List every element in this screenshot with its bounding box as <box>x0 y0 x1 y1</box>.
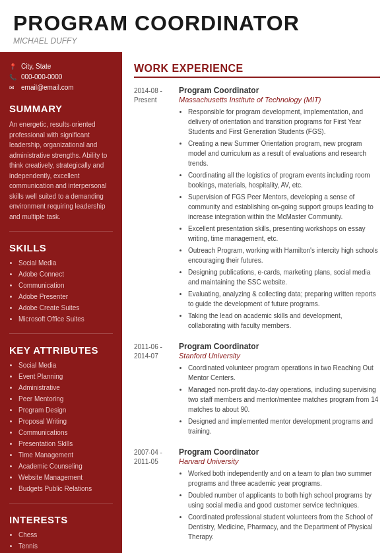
skill-item: Adobe Presenter <box>18 292 113 302</box>
work-experience-section: WORK EXPERIENCE 2014-08 - PresentProgram… <box>134 63 380 544</box>
skill-item: Adobe Create Suites <box>18 304 113 313</box>
skills-title: SKILLS <box>9 242 113 253</box>
list-item: Designed and implemented mentor developm… <box>188 416 380 436</box>
summary-title: SUMMARY <box>9 103 113 114</box>
attribute-item: Academic Counseling <box>18 462 113 471</box>
page-title: PROGRAM COORDINATOR <box>13 12 379 35</box>
skill-item: Social Media <box>18 259 113 268</box>
job-title: Program Coordinator <box>179 342 380 351</box>
list-item: Worked both independently and on a team … <box>188 469 380 488</box>
job-title: Program Coordinator <box>179 447 380 457</box>
attribute-item: Social Media <box>18 361 113 370</box>
job-bullets: Coordinated volunteer program operations… <box>179 363 380 436</box>
jobs-container: 2014-08 - PresentProgram CoordinatorMass… <box>134 86 380 544</box>
skill-item: Communication <box>18 281 113 290</box>
interest-item: Chess <box>18 531 113 540</box>
job-title: Program Coordinator <box>179 86 380 95</box>
list-item: Designing publications, e-cards, marketi… <box>188 267 380 287</box>
list-item: Responsible for program development, imp… <box>188 107 380 137</box>
attribute-item: Administrative <box>18 383 113 393</box>
divider-3 <box>9 503 113 504</box>
list-item: Creating a new Summer Orientation progra… <box>188 139 380 168</box>
table-row: 2007-04 - 2011-05Program CoordinatorHarv… <box>134 447 380 544</box>
list-item: Coordinating all the logistics of progra… <box>188 170 380 190</box>
contact-location: 📍 City, State <box>9 63 113 70</box>
attribute-item: Budgets Public Relations <box>18 484 113 494</box>
job-company: Stanford University <box>179 352 380 360</box>
job-bullets: Worked both independently and on a team … <box>179 469 380 542</box>
header: PROGRAM COORDINATOR MICHAEL DUFFY <box>0 0 392 52</box>
attribute-item: Peer Mentoring <box>18 395 113 404</box>
summary-text: An energetic, results-oriented professio… <box>9 119 113 222</box>
job-dates: 2014-08 - Present <box>134 86 179 333</box>
candidate-name: MICHAEL DUFFY <box>13 36 379 46</box>
table-row: 2014-08 - PresentProgram CoordinatorMass… <box>134 86 380 333</box>
divider-1 <box>9 231 113 232</box>
skills-list: Social MediaAdobe ConnectCommunicationAd… <box>9 259 113 324</box>
list-item: Taking the lead on academic skills and d… <box>188 311 380 331</box>
interests-list: ChessTennisCookingPaintingBadminton <box>9 531 113 553</box>
attribute-item: Event Planning <box>18 372 113 381</box>
contact-email: ✉ email@email.com <box>9 84 113 91</box>
attribute-item: Communications <box>18 428 113 438</box>
main-layout: 📍 City, State 📞 000-000-0000 ✉ email@ema… <box>0 52 392 553</box>
content-area: WORK EXPERIENCE 2014-08 - PresentProgram… <box>122 52 392 553</box>
interest-item: Tennis <box>18 542 113 551</box>
list-item: Coordinated volunteer program operations… <box>188 363 380 383</box>
sidebar: 📍 City, State 📞 000-000-0000 ✉ email@ema… <box>0 52 122 553</box>
interests-title: INTERESTS <box>9 514 113 525</box>
skill-item: Microsoft Office Suites <box>18 315 113 324</box>
divider-2 <box>9 333 113 334</box>
phone-icon: 📞 <box>9 74 17 81</box>
attribute-item: Program Design <box>18 406 113 415</box>
job-details: Program CoordinatorHarvard UniversityWor… <box>179 447 380 544</box>
location-icon: 📍 <box>9 63 17 70</box>
attribute-item: Time Management <box>18 451 113 460</box>
job-bullets: Responsible for program development, imp… <box>179 107 380 331</box>
job-dates: 2011-06 - 2014-07 <box>134 342 179 438</box>
list-item: Excellent presentation skills, presentin… <box>188 224 380 244</box>
work-experience-title: WORK EXPERIENCE <box>134 63 380 78</box>
list-item: Evaluating, analyzing & collecting data;… <box>188 289 380 309</box>
attribute-item: Website Management <box>18 473 113 482</box>
attributes-title: KEY ATTRIBUTES <box>9 344 113 356</box>
skill-item: Adobe Connect <box>18 270 113 279</box>
email-icon: ✉ <box>9 84 17 91</box>
list-item: Outreach Program, working with Hamilton'… <box>188 245 380 265</box>
contact-phone: 📞 000-000-0000 <box>9 73 113 81</box>
table-row: 2011-06 - 2014-07Program CoordinatorStan… <box>134 342 380 438</box>
job-company: Massachusetts Institute of Technology (M… <box>179 96 380 104</box>
list-item: Doubled number of applicants to both hig… <box>188 490 380 510</box>
contact-section: 📍 City, State 📞 000-000-0000 ✉ email@ema… <box>9 63 113 91</box>
job-dates: 2007-04 - 2011-05 <box>134 447 179 544</box>
list-item: Managed non-profit day-to-day operations… <box>188 385 380 414</box>
attribute-item: Presentation Skills <box>18 439 113 449</box>
attribute-item: Proposal Writing <box>18 417 113 426</box>
attributes-list: Social MediaEvent PlanningAdministrative… <box>9 361 113 494</box>
list-item: Coordinated professional student volunte… <box>188 512 380 542</box>
job-details: Program CoordinatorStanford UniversityCo… <box>179 342 380 438</box>
job-details: Program CoordinatorMassachusetts Institu… <box>179 86 380 333</box>
list-item: Supervision of FGS Peer Mentors, develop… <box>188 192 380 222</box>
job-company: Harvard University <box>179 457 380 465</box>
